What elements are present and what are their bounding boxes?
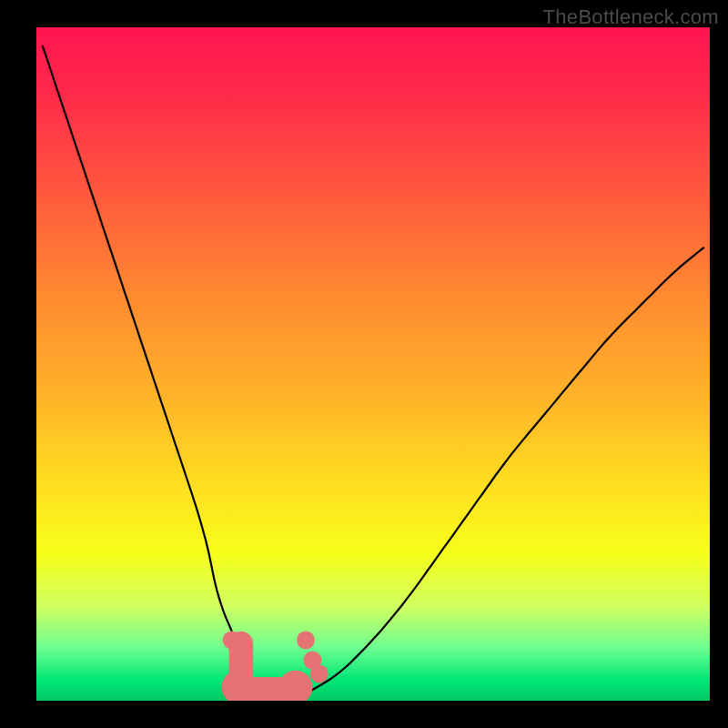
data-marker bbox=[297, 631, 315, 649]
bottleneck-curve-svg bbox=[36, 27, 710, 701]
marker-bar-cap bbox=[278, 671, 312, 701]
marker-bar-stub bbox=[229, 632, 254, 701]
bottleneck-curve bbox=[43, 46, 703, 701]
chart-frame: TheBottleneck.com bbox=[0, 0, 728, 728]
plot-area bbox=[36, 27, 710, 701]
watermark-text: TheBottleneck.com bbox=[543, 5, 719, 29]
data-marker bbox=[310, 664, 329, 682]
